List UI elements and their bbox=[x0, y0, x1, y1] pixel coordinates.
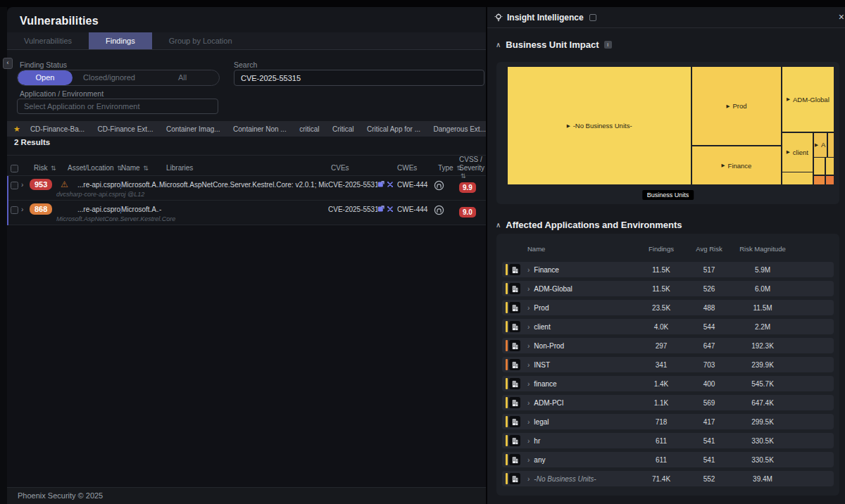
collapse-panel-button[interactable]: ‹ bbox=[3, 58, 13, 69]
app-row-adm-pci[interactable]: ›ADM-PCI1.1K569647.4K bbox=[502, 395, 834, 410]
app-row-hr[interactable]: ›hr611541330.5K bbox=[502, 433, 834, 448]
search-input[interactable] bbox=[234, 70, 484, 86]
app-row-prod[interactable]: ›Prod23.5K48811.5M bbox=[502, 300, 834, 315]
cve-link-icon[interactable] bbox=[377, 206, 384, 213]
cve-exploit-icon[interactable] bbox=[387, 181, 394, 188]
app-row-finance[interactable]: ›finance1.4K400545.7K bbox=[502, 376, 834, 391]
vuln-row[interactable]: ›953⚠...re-api.csprojMicrosoft.A...Micro… bbox=[7, 176, 486, 201]
treemap-block-adm-global[interactable]: ▶ADM-Global bbox=[782, 67, 834, 132]
filter-chip-cd-finance-ba[interactable]: CD-Finance-Ba... bbox=[30, 125, 84, 133]
app-row-adm-global[interactable]: ›ADM-Global11.5K5266.0M bbox=[502, 281, 834, 296]
app-name-cell[interactable]: ›-No Business Units- bbox=[527, 474, 633, 484]
filter-chip-critical[interactable]: critical bbox=[299, 125, 319, 133]
vuln-row[interactable]: ›868...re-api.csprojMicrosoft.A...-CVE-2… bbox=[7, 201, 486, 225]
column-header-name[interactable]: Name ⇅ bbox=[121, 164, 159, 172]
app-name-cell[interactable]: ›legal bbox=[527, 417, 633, 427]
app-name-cell[interactable]: ›hr bbox=[527, 436, 633, 446]
expand-chevron-icon[interactable]: › bbox=[21, 180, 30, 189]
treemap-block-client[interactable]: ▶client bbox=[782, 133, 813, 172]
tab-vulnerabilities[interactable]: Vulnerabilities bbox=[7, 32, 89, 49]
expand-chevron-icon[interactable]: › bbox=[21, 205, 30, 214]
sort-icon[interactable]: ⇅ bbox=[49, 165, 56, 172]
treemap-block-unlabeled[interactable] bbox=[814, 158, 825, 175]
row-select[interactable] bbox=[7, 205, 21, 214]
star-icon[interactable]: ★ bbox=[13, 125, 20, 134]
filter-chip-container-imag[interactable]: Container Imag... bbox=[166, 125, 220, 133]
app-name-cell[interactable]: ›finance bbox=[527, 379, 633, 389]
cve-exploit-icon[interactable] bbox=[387, 206, 394, 213]
app-row-legal[interactable]: ›legal718417299.5K bbox=[502, 414, 834, 429]
expand-chevron-icon[interactable]: › bbox=[527, 398, 530, 408]
cve-id[interactable]: CVE-2025-55315 bbox=[328, 180, 377, 189]
column-header-risk[interactable]: Risk ⇅ bbox=[30, 164, 61, 172]
treemap-block-a[interactable]: ▶A bbox=[814, 133, 827, 157]
sort-icon[interactable]: ⇅ bbox=[142, 165, 149, 172]
filter-chip-critical[interactable]: Critical bbox=[332, 125, 354, 133]
app-row-no-business-units[interactable]: ›-No Business Units-71.4K55239.4M bbox=[502, 471, 834, 486]
tab-findings[interactable]: Findings bbox=[89, 32, 152, 49]
expand-chevron-icon[interactable]: › bbox=[527, 436, 530, 446]
app-name-cell[interactable]: ›Finance bbox=[527, 265, 633, 275]
treemap-block-prod[interactable]: ▶Prod bbox=[692, 67, 781, 145]
app-name-cell[interactable]: ›INST bbox=[527, 360, 633, 370]
column-header-asset-location[interactable]: Asset/Location ⇅ bbox=[68, 164, 121, 172]
column-header-type[interactable]: Type ⇅ bbox=[434, 164, 459, 172]
checkbox-icon[interactable] bbox=[11, 206, 18, 214]
app-name-cell[interactable]: ›Prod bbox=[527, 303, 633, 313]
filter-chip-cd-finance-ext[interactable]: CD-Finance Ext... bbox=[98, 125, 154, 133]
info-icon[interactable]: i bbox=[604, 41, 612, 49]
cwe-id[interactable]: CWE-444 bbox=[397, 205, 434, 214]
expand-chevron-icon[interactable]: › bbox=[527, 265, 530, 275]
expand-chevron-icon[interactable]: › bbox=[527, 284, 530, 294]
treemap-block-unlabeled[interactable] bbox=[828, 133, 834, 157]
treemap-block-no-business-units[interactable]: ▶-No Business Units- bbox=[508, 67, 691, 184]
expand-chevron-icon[interactable]: › bbox=[527, 341, 530, 351]
treemap-block-unlabeled[interactable] bbox=[782, 172, 813, 184]
expand-chevron-icon[interactable]: › bbox=[527, 322, 530, 332]
cwe-id[interactable]: CWE-444 bbox=[397, 180, 434, 189]
app-name: Finance bbox=[534, 266, 559, 274]
app-name-cell[interactable]: ›Non-Prod bbox=[527, 341, 633, 351]
select-all-checkbox[interactable] bbox=[11, 163, 18, 172]
popout-icon[interactable] bbox=[589, 14, 596, 21]
treemap-block-unlabeled[interactable] bbox=[826, 176, 834, 184]
cve-id[interactable]: CVE-2025-55315 bbox=[328, 205, 377, 214]
filter-chip-dangerous-ext[interactable]: Dangerous Ext... bbox=[433, 125, 485, 133]
status-option-closed-ignored[interactable]: Closed/ignored bbox=[73, 70, 146, 85]
treemap-block-unlabeled[interactable] bbox=[826, 158, 834, 175]
filter-chip-critical-app-for[interactable]: Critical App for ... bbox=[367, 125, 420, 133]
close-icon[interactable]: × bbox=[839, 11, 844, 23]
expand-chevron-icon[interactable]: › bbox=[527, 474, 530, 484]
app-name-cell[interactable]: ›any bbox=[527, 455, 633, 465]
app-row-inst[interactable]: ›INST341703239.9K bbox=[502, 357, 834, 372]
cve-icon-group[interactable] bbox=[377, 205, 397, 213]
avg-risk-value: 647 bbox=[689, 342, 729, 350]
app-name-cell[interactable]: ›client bbox=[527, 322, 633, 332]
app-name-cell[interactable]: ›ADM-PCI bbox=[527, 398, 633, 408]
cve-link-icon[interactable] bbox=[377, 181, 384, 188]
filter-chip-container-non[interactable]: Container Non ... bbox=[233, 125, 287, 133]
treemap-block-unlabeled[interactable] bbox=[814, 176, 825, 184]
row-select[interactable] bbox=[7, 180, 21, 189]
checkbox-icon[interactable] bbox=[11, 165, 18, 172]
app-name-cell[interactable]: ›ADM-Global bbox=[527, 284, 633, 294]
status-option-open[interactable]: Open bbox=[18, 70, 73, 85]
app-env-select[interactable]: Select Application or Environment bbox=[17, 99, 218, 114]
expand-chevron-icon[interactable]: › bbox=[527, 379, 530, 389]
status-option-all[interactable]: All bbox=[146, 70, 219, 85]
tab-group-by-location[interactable]: Group by Location bbox=[152, 32, 249, 49]
expand-chevron-icon[interactable]: › bbox=[527, 417, 530, 427]
app-row-client[interactable]: ›client4.0K5442.2M bbox=[502, 319, 834, 334]
cve-icon-group[interactable] bbox=[377, 180, 397, 188]
expand-chevron-icon[interactable]: › bbox=[527, 455, 530, 465]
app-row-finance[interactable]: ›Finance11.5K5175.9M bbox=[502, 262, 834, 277]
app-row-non-prod[interactable]: ›Non-Prod297647192.3K bbox=[502, 338, 834, 353]
findings-value: 297 bbox=[633, 342, 689, 350]
treemap-block-finance[interactable]: ▶Finance bbox=[692, 146, 781, 184]
collapse-caret-icon[interactable]: ∧ bbox=[496, 41, 501, 49]
app-row-any[interactable]: ›any611541330.5K bbox=[502, 452, 834, 467]
expand-chevron-icon[interactable]: › bbox=[527, 360, 530, 370]
checkbox-icon[interactable] bbox=[11, 182, 18, 189]
collapse-caret-icon[interactable]: ∧ bbox=[496, 221, 501, 229]
expand-chevron-icon[interactable]: › bbox=[527, 303, 530, 313]
